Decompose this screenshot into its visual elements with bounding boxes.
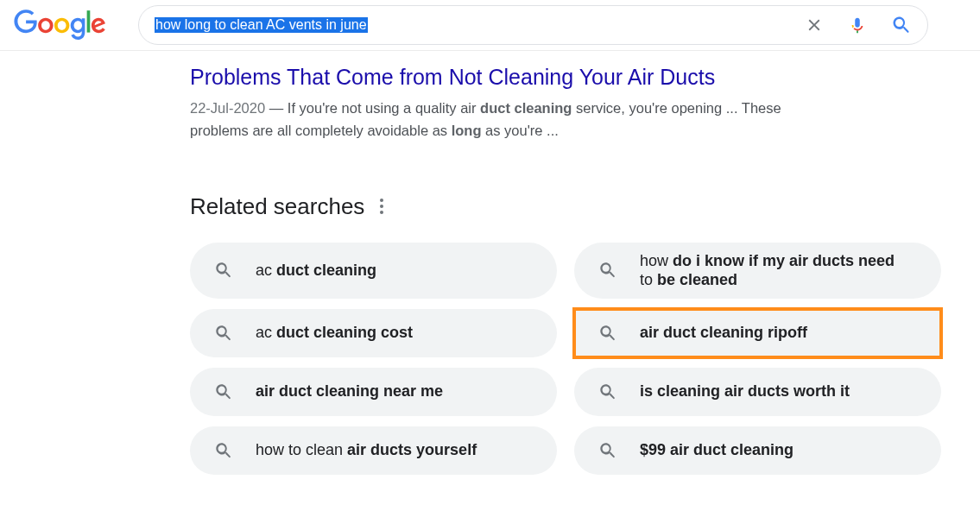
search-icon — [214, 441, 233, 460]
related-search-label: is cleaning air ducts worth it — [640, 382, 850, 401]
related-search-chip[interactable]: ac duct cleaning — [190, 243, 557, 299]
header: how long to clean AC vents in june — [0, 0, 980, 51]
search-icon[interactable] — [891, 15, 912, 35]
related-searches-grid: ac duct cleaninghow do i know if my air … — [190, 243, 980, 475]
related-search-chip[interactable]: ac duct cleaning cost — [190, 309, 557, 357]
related-search-chip[interactable]: how do i know if my air ducts need to be… — [574, 243, 941, 299]
google-logo[interactable] — [12, 6, 108, 44]
related-search-label: how do i know if my air ducts need to be… — [640, 251, 910, 290]
related-search-label: air duct cleaning near me — [256, 382, 443, 401]
related-search-chip[interactable]: air duct cleaning near me — [190, 368, 557, 416]
related-search-chip[interactable]: is cleaning air ducts worth it — [574, 368, 941, 416]
search-icon — [214, 382, 233, 401]
related-searches-header: Related searches — [190, 193, 980, 220]
search-query-highlighted: how long to clean AC vents in june — [155, 17, 368, 33]
related-search-label: $99 air duct cleaning — [640, 440, 793, 460]
related-search-label: ac duct cleaning cost — [256, 323, 413, 343]
search-icon — [214, 324, 233, 343]
related-searches-title: Related searches — [190, 193, 364, 220]
search-icon — [598, 261, 617, 280]
mic-icon[interactable] — [848, 16, 867, 35]
related-search-chip[interactable]: how to clean air ducts yourself — [190, 426, 557, 475]
search-icon — [598, 324, 617, 343]
related-search-chip[interactable]: $99 air duct cleaning — [574, 426, 941, 475]
result-title-link[interactable]: Problems That Come from Not Cleaning You… — [190, 63, 980, 91]
main-content: Problems That Come from Not Cleaning You… — [0, 51, 980, 475]
result-snippet: 22-Jul-2020 — If you're not using a qual… — [190, 97, 794, 142]
clear-icon[interactable] — [805, 16, 824, 35]
search-input[interactable] — [368, 17, 805, 33]
search-icon — [214, 261, 233, 280]
related-search-label: ac duct cleaning — [256, 261, 376, 281]
search-icons — [805, 15, 912, 35]
related-search-chip[interactable]: air duct cleaning ripoff — [574, 309, 941, 357]
more-options-icon[interactable] — [380, 199, 383, 214]
search-icon — [598, 382, 617, 401]
search-icon — [598, 441, 617, 460]
related-search-label: how to clean air ducts yourself — [256, 440, 477, 460]
search-bar[interactable]: how long to clean AC vents in june — [138, 5, 928, 45]
result-date: 22-Jul-2020 — [190, 100, 265, 116]
related-search-label: air duct cleaning ripoff — [640, 323, 807, 343]
